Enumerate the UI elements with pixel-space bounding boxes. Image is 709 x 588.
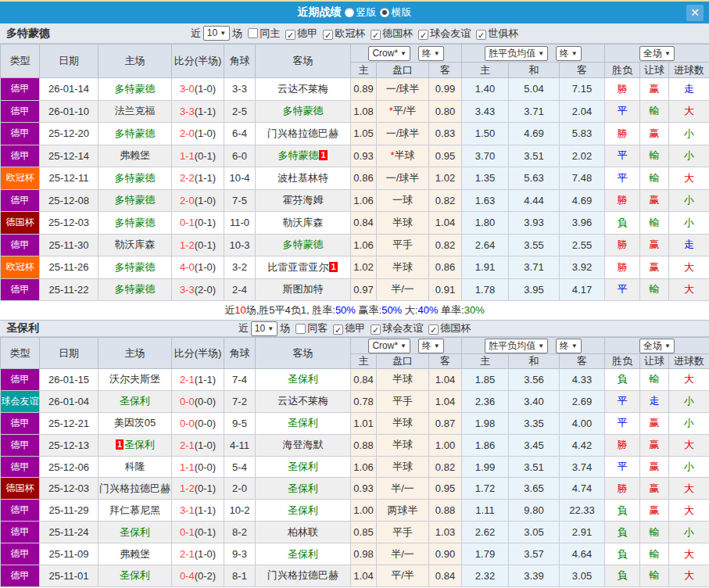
avg-away: 2.55 (560, 234, 605, 256)
red-card-badge: 1 (329, 262, 337, 272)
away-team: 斯图加特 (256, 278, 351, 301)
vertical-radio[interactable] (345, 8, 354, 17)
team-label: 沃尔夫斯堡 (109, 373, 160, 385)
avg-home: 1.85 (462, 369, 509, 391)
match-row: 德甲 26-01-14 多特蒙德 3-0(1-0) 3-3 云达不莱梅 0.89… (1, 78, 709, 101)
league-checkbox[interactable]: ✓ (371, 30, 381, 40)
recent-count-select[interactable]: 10▼ (203, 26, 230, 41)
league-checkbox[interactable]: ✓ (428, 324, 439, 335)
fulltime-select[interactable]: 全场▼ (639, 46, 675, 61)
result-wdl: 平 (605, 390, 640, 412)
odds-home: 0.89 (351, 78, 377, 101)
away-team: 圣保利 (256, 456, 351, 478)
home-team: 圣保利 (98, 522, 172, 543)
league-badge: 德甲 (1, 278, 40, 301)
team-label: 勒沃库森 (283, 217, 324, 228)
match-date: 25-12-03 (40, 478, 98, 500)
odds-home: 1.04 (351, 565, 377, 587)
corner-count: 6-4 (224, 123, 256, 145)
fulltime-select[interactable]: 全场▼ (639, 339, 675, 353)
avg-away: 4.42 (560, 434, 605, 456)
odds-home: 1.06 (351, 234, 377, 256)
team-label: 海登海默 (283, 439, 324, 450)
avg-home: 1.72 (462, 478, 509, 500)
score: 0-1(0-1) (172, 522, 224, 543)
result-handicap: 赢 (640, 234, 669, 256)
home-team: 多特蒙德 (98, 256, 172, 279)
odds-away: 0.87 (429, 412, 462, 434)
result-handicap: 赢 (640, 500, 669, 522)
odds-home: 1.01 (351, 412, 377, 434)
home-team: 1圣保利 (98, 434, 172, 456)
result-handicap: 輸 (640, 100, 669, 123)
chevron-down-icon: ▼ (571, 342, 578, 350)
odds-company-select[interactable]: Crow*▼ (368, 46, 410, 61)
odds-handicap: 半/一 (377, 478, 429, 500)
result-wdl: 平 (605, 456, 640, 478)
team-label: 科隆 (125, 461, 145, 472)
odds-away: 0.83 (429, 123, 462, 145)
league-checkbox[interactable]: ✓ (333, 324, 343, 335)
league-checkbox[interactable]: ✓ (418, 30, 428, 40)
team-label: 圣保利 (120, 526, 150, 538)
chevron-down-icon: ▼ (400, 342, 406, 350)
result-goals: 小 (669, 145, 709, 167)
team-label: 云达不莱梅 (278, 83, 328, 95)
league-checkbox[interactable]: ✓ (476, 30, 486, 40)
home-team: 多特蒙德 (98, 167, 172, 190)
odds-final-select[interactable]: 终▼ (418, 46, 444, 61)
close-icon[interactable]: ✕ (686, 5, 704, 21)
summary-segment: 50% (335, 304, 356, 316)
home-team: 多特蒙德 (98, 189, 172, 212)
team-label: 云达不莱梅 (278, 395, 328, 407)
score: 0-1(0-1) (172, 212, 224, 235)
match-date: 26-01-10 (40, 100, 98, 123)
same-venue-checkbox[interactable] (295, 324, 306, 334)
result-handicap: 赢 (640, 189, 669, 212)
avg-draw: 3.51 (509, 456, 560, 478)
corner-count: 3-2 (224, 256, 256, 279)
odds-handicap: 平手 (377, 522, 429, 543)
avg-away: 3.92 (560, 256, 605, 279)
recent-count-select[interactable]: 10▼ (251, 321, 278, 336)
league-checkbox[interactable]: ✓ (285, 30, 295, 40)
titlebar: 近期战绩 竖版 横版 ✕ (0, 0, 709, 23)
team-label: 圣保利 (288, 504, 318, 516)
same-venue-checkbox[interactable] (248, 28, 258, 38)
horizontal-radio[interactable] (380, 8, 389, 17)
summary-segment: 10 (235, 304, 245, 316)
league-checkbox[interactable]: ✓ (371, 324, 381, 335)
odds-home: 0.98 (351, 543, 377, 565)
home-team: 圣保利 (98, 390, 172, 412)
result-goals: 大 (669, 565, 709, 587)
avg-away: 22.33 (560, 500, 605, 522)
team-label: 多特蒙德 (283, 105, 324, 117)
league-badge: 德甲 (1, 100, 40, 123)
avg-select[interactable]: 胜平负均值▼ (485, 46, 548, 61)
team-label: 多特蒙德 (115, 217, 156, 228)
odds-final-select[interactable]: 终▼ (418, 339, 444, 353)
result-handicap: 輸 (640, 212, 669, 235)
match-row: 德甲 25-11-30 勒沃库森 1-2(0-1) 10-3 多特蒙德 1.06… (1, 234, 709, 256)
home-team: 弗赖堡 (98, 145, 172, 167)
odds-company-select[interactable]: Crow*▼ (368, 339, 410, 353)
avg-home: 1.79 (462, 543, 509, 565)
odds-home: 1.00 (351, 500, 377, 522)
avg-away: 4.69 (560, 189, 605, 212)
avg-draw: 3.95 (509, 278, 560, 301)
near-label: 近 (191, 27, 201, 41)
league-checkbox[interactable]: ✓ (323, 30, 333, 40)
team-label: 法兰克福 (115, 105, 156, 117)
match-date: 25-12-06 (40, 456, 98, 478)
league-badge: 欧冠杯 (1, 167, 40, 190)
away-team: 多特蒙德1 (256, 145, 351, 167)
odds-away: 0.82 (429, 189, 462, 212)
avg-select[interactable]: 胜平负均值▼ (485, 339, 548, 353)
away-team: 圣保利 (256, 412, 351, 434)
result-goals: 大 (669, 500, 709, 522)
avg-final-select[interactable]: 终▼ (556, 46, 582, 61)
corner-count: 10-4 (224, 167, 256, 190)
match-date: 25-11-30 (40, 234, 98, 256)
avg-final-select[interactable]: 终▼ (556, 339, 582, 353)
result-goals: 小 (669, 456, 709, 478)
